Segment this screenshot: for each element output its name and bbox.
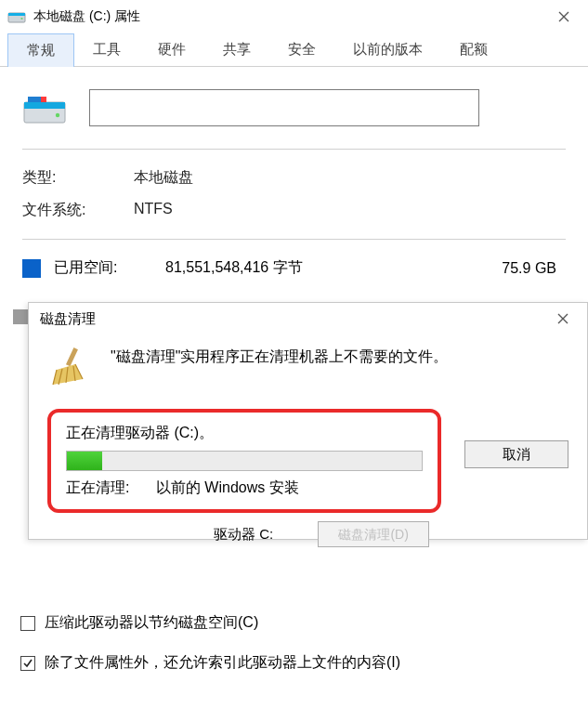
used-gb: 75.9 GB xyxy=(502,260,556,277)
drive-footer-row: 驱动器 C: 磁盘清理(D) xyxy=(214,521,429,547)
filesystem-value: NTFS xyxy=(134,201,173,220)
drive-icon-large xyxy=(22,85,67,130)
close-icon xyxy=(557,313,568,324)
general-panel: 类型: 本地磁盘 文件系统: NTFS 已用空间: 81,551,548,416… xyxy=(0,67,588,309)
tab-general[interactable]: 常规 xyxy=(7,33,74,67)
svg-rect-4 xyxy=(24,102,65,109)
window-title: 本地磁盘 (C:) 属性 xyxy=(33,8,140,25)
used-swatch xyxy=(22,259,41,278)
index-row: 除了文件属性外，还允许索引此驱动器上文件的内容(I) xyxy=(20,653,400,673)
dialog-buttons: 取消 xyxy=(464,440,568,468)
svg-rect-5 xyxy=(28,97,41,102)
compress-label: 压缩此驱动器以节约磁盘空间(C) xyxy=(45,613,258,633)
divider-1 xyxy=(22,149,566,150)
type-row: 类型: 本地磁盘 xyxy=(22,168,566,188)
dialog-message: "磁盘清理"实用程序正在清理机器上不需要的文件。 xyxy=(111,344,448,367)
tab-quota[interactable]: 配额 xyxy=(441,33,506,66)
dialog-close-button[interactable] xyxy=(544,303,581,334)
drive-header-row xyxy=(22,85,566,130)
compress-row: 压缩此驱动器以节约磁盘空间(C) xyxy=(20,613,400,633)
dialog-message-row: "磁盘清理"实用程序正在清理机器上不需要的文件。 xyxy=(47,344,568,388)
drive-footer-label: 驱动器 C: xyxy=(214,526,273,544)
options-checkboxes: 压缩此驱动器以节约磁盘空间(C) 除了文件属性外，还允许索引此驱动器上文件的内容… xyxy=(20,613,400,693)
cleaning-drive-text: 正在清理驱动器 (C:)。 xyxy=(66,424,423,443)
type-value: 本地磁盘 xyxy=(134,168,193,188)
broom-icon xyxy=(47,344,92,388)
drive-name-input[interactable] xyxy=(89,89,479,126)
close-button[interactable] xyxy=(543,0,584,33)
check-icon xyxy=(22,658,33,669)
svg-rect-6 xyxy=(41,97,46,102)
close-icon xyxy=(558,11,569,22)
highlighted-progress-area: 正在清理驱动器 (C:)。 正在清理: 以前的 Windows 安装 xyxy=(47,409,441,513)
svg-point-7 xyxy=(56,113,59,117)
used-space-row: 已用空间: 81,551,548,416 字节 75.9 GB xyxy=(22,258,566,278)
used-label: 已用空间: xyxy=(54,258,165,278)
tab-security[interactable]: 安全 xyxy=(269,33,334,66)
divider-2 xyxy=(22,239,566,240)
filesystem-row: 文件系统: NTFS xyxy=(22,201,566,220)
status-value: 以前的 Windows 安装 xyxy=(156,479,299,495)
tab-previous-versions[interactable]: 以前的版本 xyxy=(334,33,441,66)
tab-tools[interactable]: 工具 xyxy=(74,33,139,66)
disk-cleanup-dialog: 磁盘清理 "磁盘清理"实用程序正在清理机器上不需要的文件。 正在清理驱动器 (C… xyxy=(28,302,588,540)
svg-point-2 xyxy=(20,18,22,20)
cancel-button[interactable]: 取消 xyxy=(464,440,568,468)
status-label: 正在清理: xyxy=(66,479,129,495)
tab-hardware[interactable]: 硬件 xyxy=(139,33,204,66)
index-label: 除了文件属性外，还允许索引此驱动器上文件的内容(I) xyxy=(45,653,400,673)
svg-rect-8 xyxy=(66,347,78,366)
index-checkbox[interactable] xyxy=(20,656,35,671)
dialog-body: "磁盘清理"实用程序正在清理机器上不需要的文件。 正在清理驱动器 (C:)。 正… xyxy=(29,334,587,513)
type-label: 类型: xyxy=(22,168,134,188)
disk-cleanup-button[interactable]: 磁盘清理(D) xyxy=(318,521,429,547)
drive-icon xyxy=(7,7,26,26)
svg-rect-1 xyxy=(8,13,25,16)
used-bytes: 81,551,548,416 字节 xyxy=(165,258,360,278)
status-line: 正在清理: 以前的 Windows 安装 xyxy=(66,478,423,498)
dialog-title: 磁盘清理 xyxy=(40,310,96,328)
tabs: 常规 工具 硬件 共享 安全 以前的版本 配额 xyxy=(0,33,588,67)
dialog-titlebar: 磁盘清理 xyxy=(29,303,587,334)
tab-sharing[interactable]: 共享 xyxy=(204,33,269,66)
progress-fill xyxy=(67,452,102,470)
titlebar: 本地磁盘 (C:) 属性 xyxy=(0,0,588,33)
titlebar-left: 本地磁盘 (C:) 属性 xyxy=(7,7,140,26)
progress-bar xyxy=(66,451,423,471)
filesystem-label: 文件系统: xyxy=(22,201,134,220)
compress-checkbox[interactable] xyxy=(20,616,35,631)
